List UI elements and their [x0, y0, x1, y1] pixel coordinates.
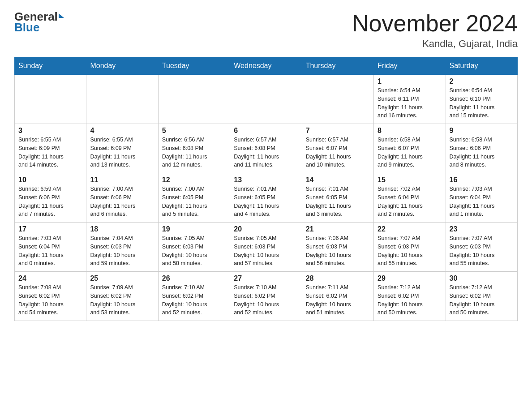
- day-number: 13: [234, 176, 298, 184]
- day-info: Sunrise: 6:57 AMSunset: 6:07 PMDaylight:…: [306, 136, 370, 169]
- calendar-cell: 1Sunrise: 6:54 AMSunset: 6:11 PMDaylight…: [374, 75, 446, 124]
- title-area: November 2024 Kandla, Gujarat, India: [352, 11, 518, 50]
- day-number: 19: [162, 225, 226, 233]
- calendar-table: SundayMondayTuesdayWednesdayThursdayFrid…: [14, 57, 518, 321]
- calendar-cell: 28Sunrise: 7:11 AMSunset: 6:02 PMDayligh…: [302, 272, 373, 321]
- week-row-4: 17Sunrise: 7:03 AMSunset: 6:04 PMDayligh…: [15, 223, 518, 272]
- calendar-cell: 20Sunrise: 7:05 AMSunset: 6:03 PMDayligh…: [230, 223, 302, 272]
- calendar-cell: 4Sunrise: 6:55 AMSunset: 6:09 PMDaylight…: [86, 124, 158, 173]
- calendar-cell: 2Sunrise: 6:54 AMSunset: 6:10 PMDaylight…: [446, 75, 517, 124]
- calendar-cell: 16Sunrise: 7:03 AMSunset: 6:04 PMDayligh…: [446, 173, 517, 223]
- day-info: Sunrise: 7:07 AMSunset: 6:03 PMDaylight:…: [378, 234, 442, 268]
- calendar-cell: 26Sunrise: 7:10 AMSunset: 6:02 PMDayligh…: [158, 272, 230, 321]
- week-row-3: 10Sunrise: 6:59 AMSunset: 6:06 PMDayligh…: [15, 173, 518, 223]
- location-title: Kandla, Gujarat, India: [352, 38, 518, 50]
- logo-triangle-icon: [59, 13, 64, 18]
- day-number: 25: [90, 274, 154, 283]
- week-row-2: 3Sunrise: 6:55 AMSunset: 6:09 PMDaylight…: [15, 124, 518, 173]
- weekday-header-saturday: Saturday: [446, 57, 517, 75]
- day-info: Sunrise: 7:12 AMSunset: 6:02 PMDaylight:…: [450, 283, 514, 317]
- day-info: Sunrise: 7:00 AMSunset: 6:05 PMDaylight:…: [162, 185, 226, 218]
- calendar-cell: 7Sunrise: 6:57 AMSunset: 6:07 PMDaylight…: [302, 124, 373, 173]
- day-number: 29: [378, 274, 442, 283]
- calendar-cell: 23Sunrise: 7:07 AMSunset: 6:03 PMDayligh…: [446, 223, 517, 272]
- calendar-cell: 11Sunrise: 7:00 AMSunset: 6:06 PMDayligh…: [86, 173, 158, 223]
- day-number: 21: [306, 225, 370, 233]
- day-number: 7: [306, 127, 370, 135]
- weekday-header-wednesday: Wednesday: [230, 57, 302, 75]
- page-header: General Blue November 2024 Kandla, Gujar…: [14, 11, 518, 50]
- day-info: Sunrise: 6:59 AMSunset: 6:06 PMDaylight:…: [18, 185, 82, 218]
- day-number: 30: [450, 274, 514, 283]
- weekday-header-friday: Friday: [374, 57, 446, 75]
- day-number: 3: [18, 127, 82, 135]
- calendar-cell: 9Sunrise: 6:58 AMSunset: 6:06 PMDaylight…: [446, 124, 517, 173]
- logo-blue-text: Blue: [14, 21, 64, 34]
- calendar-cell: 30Sunrise: 7:12 AMSunset: 6:02 PMDayligh…: [446, 272, 517, 321]
- day-info: Sunrise: 7:03 AMSunset: 6:04 PMDaylight:…: [450, 185, 514, 218]
- logo: General Blue: [14, 11, 64, 34]
- calendar-cell: [15, 75, 86, 124]
- calendar-cell: 10Sunrise: 6:59 AMSunset: 6:06 PMDayligh…: [15, 173, 86, 223]
- day-info: Sunrise: 6:58 AMSunset: 6:07 PMDaylight:…: [378, 136, 442, 169]
- day-number: 16: [450, 176, 514, 184]
- weekday-header-monday: Monday: [86, 57, 158, 75]
- day-number: 14: [306, 176, 370, 184]
- day-info: Sunrise: 6:55 AMSunset: 6:09 PMDaylight:…: [90, 136, 154, 169]
- day-number: 5: [162, 127, 226, 135]
- day-number: 1: [378, 77, 442, 86]
- day-info: Sunrise: 7:04 AMSunset: 6:03 PMDaylight:…: [90, 234, 154, 268]
- day-number: 10: [18, 176, 82, 184]
- day-info: Sunrise: 7:00 AMSunset: 6:06 PMDaylight:…: [90, 185, 154, 218]
- day-info: Sunrise: 7:10 AMSunset: 6:02 PMDaylight:…: [234, 283, 298, 317]
- day-number: 6: [234, 127, 298, 135]
- month-title: November 2024: [352, 11, 518, 36]
- day-info: Sunrise: 7:10 AMSunset: 6:02 PMDaylight:…: [162, 283, 226, 317]
- calendar-cell: 24Sunrise: 7:08 AMSunset: 6:02 PMDayligh…: [15, 272, 86, 321]
- day-info: Sunrise: 7:06 AMSunset: 6:03 PMDaylight:…: [306, 234, 370, 268]
- day-info: Sunrise: 7:01 AMSunset: 6:05 PMDaylight:…: [306, 185, 370, 218]
- calendar-cell: 13Sunrise: 7:01 AMSunset: 6:05 PMDayligh…: [230, 173, 302, 223]
- day-number: 15: [378, 176, 442, 184]
- day-number: 4: [90, 127, 154, 135]
- day-number: 26: [162, 274, 226, 283]
- day-info: Sunrise: 6:57 AMSunset: 6:08 PMDaylight:…: [234, 136, 298, 169]
- day-info: Sunrise: 7:07 AMSunset: 6:03 PMDaylight:…: [450, 234, 514, 268]
- day-number: 20: [234, 225, 298, 233]
- day-info: Sunrise: 6:54 AMSunset: 6:11 PMDaylight:…: [378, 86, 442, 120]
- day-number: 18: [90, 225, 154, 233]
- calendar-cell: 21Sunrise: 7:06 AMSunset: 6:03 PMDayligh…: [302, 223, 373, 272]
- calendar-cell: 3Sunrise: 6:55 AMSunset: 6:09 PMDaylight…: [15, 124, 86, 173]
- day-info: Sunrise: 7:05 AMSunset: 6:03 PMDaylight:…: [162, 234, 226, 268]
- day-number: 28: [306, 274, 370, 283]
- calendar-cell: [86, 75, 158, 124]
- weekday-header-tuesday: Tuesday: [158, 57, 230, 75]
- week-row-1: 1Sunrise: 6:54 AMSunset: 6:11 PMDaylight…: [15, 75, 518, 124]
- day-info: Sunrise: 6:56 AMSunset: 6:08 PMDaylight:…: [162, 136, 226, 169]
- calendar-cell: 8Sunrise: 6:58 AMSunset: 6:07 PMDaylight…: [374, 124, 446, 173]
- day-info: Sunrise: 7:05 AMSunset: 6:03 PMDaylight:…: [234, 234, 298, 268]
- day-number: 11: [90, 176, 154, 184]
- day-number: 24: [18, 274, 82, 283]
- day-number: 23: [450, 225, 514, 233]
- day-number: 8: [378, 127, 442, 135]
- day-info: Sunrise: 6:54 AMSunset: 6:10 PMDaylight:…: [450, 86, 514, 120]
- calendar-cell: 14Sunrise: 7:01 AMSunset: 6:05 PMDayligh…: [302, 173, 373, 223]
- weekday-header-sunday: Sunday: [15, 57, 86, 75]
- day-info: Sunrise: 7:02 AMSunset: 6:04 PMDaylight:…: [378, 185, 442, 218]
- calendar-cell: 27Sunrise: 7:10 AMSunset: 6:02 PMDayligh…: [230, 272, 302, 321]
- calendar-cell: 22Sunrise: 7:07 AMSunset: 6:03 PMDayligh…: [374, 223, 446, 272]
- calendar-cell: 18Sunrise: 7:04 AMSunset: 6:03 PMDayligh…: [86, 223, 158, 272]
- day-info: Sunrise: 7:08 AMSunset: 6:02 PMDaylight:…: [18, 283, 82, 317]
- calendar-cell: [302, 75, 373, 124]
- calendar-cell: [158, 75, 230, 124]
- day-number: 27: [234, 274, 298, 283]
- day-number: 12: [162, 176, 226, 184]
- day-info: Sunrise: 6:58 AMSunset: 6:06 PMDaylight:…: [450, 136, 514, 169]
- calendar-cell: 29Sunrise: 7:12 AMSunset: 6:02 PMDayligh…: [374, 272, 446, 321]
- day-number: 22: [378, 225, 442, 233]
- day-number: 17: [18, 225, 82, 233]
- weekday-header-thursday: Thursday: [302, 57, 373, 75]
- day-info: Sunrise: 7:03 AMSunset: 6:04 PMDaylight:…: [18, 234, 82, 268]
- day-info: Sunrise: 7:12 AMSunset: 6:02 PMDaylight:…: [378, 283, 442, 317]
